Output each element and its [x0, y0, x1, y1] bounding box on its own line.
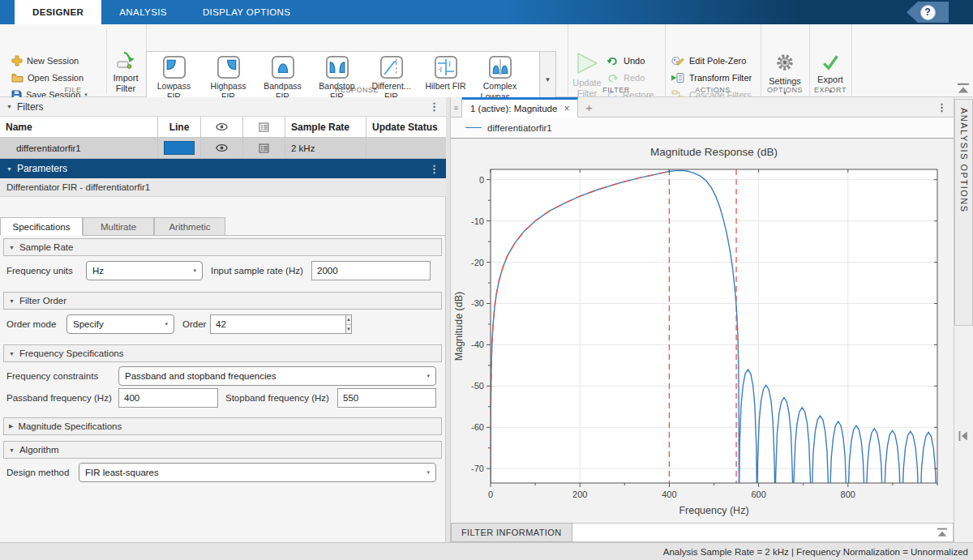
figure-panel: ≡ 1 (active): Magnitude × + ⋮ differenti… — [451, 97, 954, 542]
parameters-menu-icon[interactable]: ⋮ — [429, 163, 439, 175]
collapse-icon: ▼ — [9, 447, 15, 453]
edit-pole-zero-icon — [671, 55, 684, 66]
help-button[interactable]: ? — [920, 5, 936, 20]
spin-down-icon[interactable]: ▼ — [346, 325, 351, 334]
redo-icon — [607, 73, 619, 83]
magnitude-response-chart[interactable]: 02004006008000-10-20-30-40-50-60-70Magni… — [451, 139, 954, 523]
eye-icon — [216, 143, 228, 152]
filter-sample-rate: 2 kHz — [285, 138, 366, 158]
close-icon[interactable]: × — [564, 103, 569, 114]
minimize-toolstrip-icon[interactable] — [957, 83, 970, 94]
tab-display-options[interactable]: DISPLAY OPTIONS — [185, 0, 308, 24]
svg-text:-40: -40 — [471, 340, 484, 349]
tab-arithmetic[interactable]: Arithmetic — [154, 217, 225, 236]
edit-pole-zero-button[interactable]: Edit Pole-Zero — [671, 53, 746, 68]
filter-name: differentiatorfir1 — [0, 138, 158, 158]
toolstrip-tab-bar: DESIGNER ANALYSIS DISPLAY OPTIONS ? — [0, 0, 973, 24]
open-session-button[interactable]: Open Session — [11, 71, 84, 85]
filter-information-tab[interactable]: FILTER INFORMATION — [451, 523, 572, 542]
svg-text:600: 600 — [751, 489, 765, 499]
order-label: Order — [182, 314, 206, 334]
passband-frequency-label: Passband frequency (Hz) — [6, 388, 112, 408]
bandstop-icon — [325, 55, 349, 79]
filter-designer-app: DESIGNER ANALYSIS DISPLAY OPTIONS ? New … — [0, 0, 973, 560]
col-sample-rate: Sample Rate — [285, 117, 366, 137]
collapse-icon: ▼ — [9, 298, 15, 304]
order-field[interactable] — [210, 314, 345, 334]
legend-box-icon — [259, 122, 269, 132]
parameters-panel-header: ▼ Parameters ⋮ — [0, 159, 446, 178]
frequency-units-dropdown[interactable]: Hz ▾ — [86, 261, 203, 280]
frequency-constraints-dropdown[interactable]: Passband and stopband frequencies ▾ — [118, 366, 436, 386]
parameters-collapse-icon[interactable]: ▼ — [6, 166, 12, 172]
update-filter-play-icon — [575, 52, 599, 75]
tab-specifications[interactable]: Specifications — [0, 217, 83, 236]
svg-text:-10: -10 — [471, 216, 484, 226]
export-section-label: EXPORT — [809, 86, 851, 94]
svg-text:200: 200 — [572, 489, 587, 499]
settings-gear-icon — [774, 52, 795, 73]
col-legend — [243, 117, 285, 137]
actions-section-label: ACTIONS — [665, 86, 761, 94]
file-section-label: FILE — [0, 86, 146, 94]
order-mode-dropdown[interactable]: Specify ▾ — [66, 314, 174, 334]
figure-tab-magnitude[interactable]: 1 (active): Magnitude × — [462, 97, 578, 118]
sample-rate-section-header[interactable]: ▼ Sample Rate — [3, 238, 442, 256]
transform-filter-button[interactable]: Transform Filter — [671, 71, 752, 85]
y-axis-label: Magnitude (dB) — [453, 292, 465, 361]
svg-text:-j: -j — [438, 65, 442, 72]
collapse-icon: ▼ — [9, 245, 15, 250]
tab-designer[interactable]: DESIGNER — [15, 0, 101, 24]
figure-menu-icon[interactable]: ⋮ — [937, 101, 954, 113]
filter-line-swatch[interactable] — [158, 138, 201, 158]
tab-multirate[interactable]: Multirate — [83, 217, 154, 236]
svg-text:0: 0 — [488, 489, 493, 499]
order-mode-label: Order mode — [6, 314, 56, 334]
design-method-dropdown[interactable]: FIR least-squares ▾ — [79, 463, 436, 482]
collapse-icon: ▼ — [9, 351, 15, 357]
new-session-button[interactable]: New Session — [11, 53, 79, 68]
spin-up-icon[interactable]: ▲ — [346, 315, 351, 325]
chevron-down-icon: ▾ — [426, 373, 430, 379]
filter-description: Differentiator FIR - differentiatorfir1 — [0, 178, 446, 197]
undo-button[interactable]: Undo — [607, 53, 645, 68]
export-check-icon — [821, 53, 840, 71]
legend-line-sample — [465, 127, 482, 128]
algorithm-section-header[interactable]: ▼ Algorithm — [3, 441, 442, 459]
frequency-specs-section-header[interactable]: ▼ Frequency Specifications — [3, 344, 442, 362]
input-sample-rate-field[interactable] — [311, 261, 431, 280]
filter-order-section-header[interactable]: ▼ Filter Order — [3, 292, 442, 310]
svg-text:-70: -70 — [471, 464, 484, 473]
filter-information-strip — [572, 523, 954, 542]
chevron-down-icon: ▾ — [426, 469, 430, 476]
tab-analysis[interactable]: ANALYSIS — [101, 0, 185, 24]
eye-icon — [216, 122, 228, 131]
add-figure-tab-button[interactable]: + — [578, 97, 599, 117]
stopband-frequency-field[interactable] — [337, 388, 436, 408]
chart-svg: 02004006008000-10-20-30-40-50-60-70Magni… — [451, 139, 954, 523]
filter-table-row[interactable]: differentiatorfir1 2 kHz — [0, 138, 446, 159]
filters-collapse-icon[interactable]: ▼ — [6, 104, 12, 109]
chevron-down-icon: ▾ — [165, 321, 168, 327]
transform-filter-icon — [671, 72, 684, 83]
expand-panel-up-icon[interactable] — [937, 528, 948, 537]
analysis-options-tab[interactable]: ANALYSIS OPTIONS — [954, 99, 973, 326]
passband-frequency-field[interactable] — [118, 388, 218, 408]
collapse-right-panel-icon[interactable] — [957, 431, 970, 441]
filter-section-label: FILTER — [568, 86, 665, 94]
filters-menu-icon[interactable]: ⋮ — [429, 100, 439, 113]
response-section-label: RESPONSE — [146, 86, 568, 94]
ribbon: New Session Open Session Save Session ▾ … — [0, 24, 973, 97]
redo-button[interactable]: Redo — [607, 71, 645, 85]
frequency-units-label: Frequency units — [6, 261, 73, 280]
figure-grip-icon[interactable]: ≡ — [451, 97, 462, 118]
status-bar: Analysis Sample Rate = 2 kHz | Frequency… — [0, 542, 973, 560]
filter-visibility-toggle[interactable] — [201, 138, 243, 158]
figure-tab-bar: ≡ 1 (active): Magnitude × + ⋮ — [451, 97, 954, 118]
open-folder-icon — [11, 73, 24, 83]
legend-label: differentiatorfir1 — [487, 123, 552, 133]
status-text: Analysis Sample Rate = 2 kHz | Frequency… — [663, 547, 968, 557]
filter-legend-toggle[interactable] — [243, 138, 285, 158]
magnitude-specs-section-header[interactable]: ▶ Magnitude Specifications — [3, 417, 442, 435]
order-spinner: ▲ ▼ — [210, 314, 319, 334]
